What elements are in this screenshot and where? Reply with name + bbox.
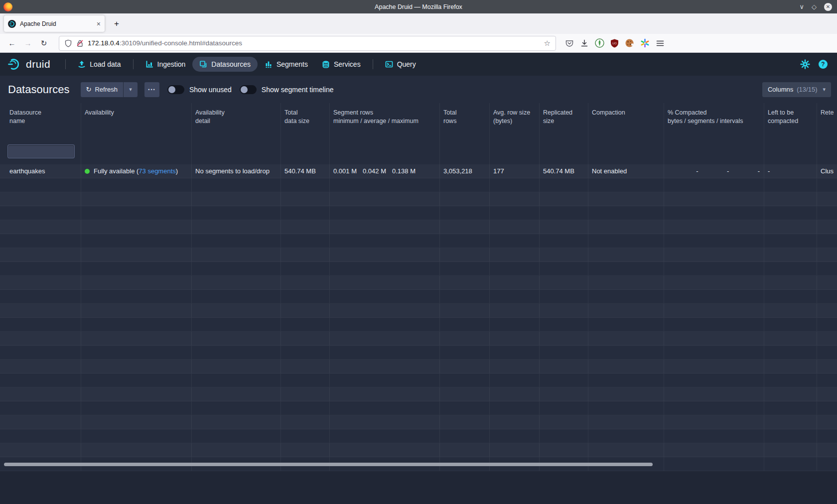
empty-cell: [490, 276, 540, 289]
column-header[interactable]: % Compactedbytes / segments / intervals: [664, 103, 764, 131]
empty-cell: [664, 248, 764, 261]
empty-cell: [664, 360, 764, 373]
empty-cell: [588, 443, 664, 457]
column-header[interactable]: Left to becompacted: [764, 103, 817, 131]
column-header[interactable]: Availability: [81, 103, 192, 131]
column-header[interactable]: Datasourcename: [0, 103, 81, 131]
empty-cell: [817, 178, 837, 192]
empty-cell: [817, 346, 837, 359]
column-header[interactable]: Avg. row size(bytes): [490, 103, 540, 131]
help-icon[interactable]: ?: [818, 59, 828, 69]
show-unused-toggle[interactable]: [167, 85, 184, 94]
empty-cell: [817, 262, 837, 275]
empty-cell: [588, 374, 664, 387]
empty-cell: [664, 304, 764, 317]
nav-item-load-data[interactable]: Load data: [71, 57, 128, 72]
empty-cell: [0, 262, 81, 275]
columns-button[interactable]: Columns(13/15)▾: [762, 82, 831, 97]
empty-cell: [817, 192, 837, 206]
insecure-lock-icon[interactable]: [76, 39, 84, 47]
empty-cell: [817, 374, 837, 387]
cell: No segments to load/drop: [192, 164, 281, 178]
view-header: Datasources ↻Refresh ▾ ••• Show unused S…: [0, 76, 837, 103]
cookie-icon[interactable]: [625, 38, 634, 48]
empty-cell: [440, 276, 490, 289]
empty-cell: [588, 276, 664, 289]
settings-gear-icon[interactable]: [800, 59, 810, 69]
nav-item-ingestion[interactable]: Ingestion: [139, 57, 193, 72]
empty-cell: [490, 206, 540, 220]
table-row: [0, 276, 837, 290]
segments-link[interactable]: 73 segments: [139, 167, 175, 175]
tab-close-icon[interactable]: ×: [97, 20, 101, 28]
column-header[interactable]: Totaldata size: [281, 103, 330, 131]
column-header[interactable]: Rete: [817, 103, 837, 131]
nav-item-datasources[interactable]: Datasources: [192, 57, 258, 72]
empty-cell: [764, 443, 817, 457]
horizontal-scrollbar-thumb[interactable]: [4, 463, 653, 466]
empty-cell: [440, 262, 490, 275]
table-row: [0, 206, 837, 220]
ublock-icon[interactable]: UO: [610, 39, 619, 48]
window-close-button[interactable]: ✕: [824, 3, 832, 11]
druid-logo[interactable]: druid: [7, 57, 50, 72]
nav-item-query[interactable]: Query: [378, 57, 423, 72]
empty-cell: [81, 192, 192, 206]
pocket-icon[interactable]: [565, 39, 574, 48]
empty-cell: [192, 443, 281, 457]
empty-cell: [440, 360, 490, 373]
empty-cell: [281, 360, 330, 373]
empty-cell: [81, 387, 192, 401]
show-segment-timeline-toggle[interactable]: [240, 85, 257, 94]
extension-icon[interactable]: [595, 38, 604, 48]
empty-cell: [81, 346, 192, 359]
empty-cell: [764, 457, 817, 471]
bookmark-star-icon[interactable]: ☆: [544, 39, 551, 48]
table-row: [0, 304, 837, 318]
refresh-icon: ↻: [86, 86, 92, 93]
menu-icon[interactable]: [656, 39, 665, 48]
empty-cell: [440, 192, 490, 206]
tracking-shield-icon[interactable]: [64, 39, 72, 47]
window-minimize-button[interactable]: ∨: [799, 3, 804, 10]
empty-cell: [440, 248, 490, 261]
tab-title: Apache Druid: [20, 20, 93, 27]
empty-cell: [664, 346, 764, 359]
column-header[interactable]: Compaction: [588, 103, 664, 131]
column-header[interactable]: Segment rowsminimum / average / maximum: [330, 103, 440, 131]
empty-cell: [281, 248, 330, 261]
empty-cell: [764, 304, 817, 317]
column-header[interactable]: Availabilitydetail: [192, 103, 281, 131]
empty-cell: [764, 290, 817, 303]
forward-button[interactable]: →: [21, 36, 35, 50]
column-header[interactable]: Totalrows: [440, 103, 490, 131]
nav-item-segments[interactable]: Segments: [258, 57, 315, 72]
empty-cell: [0, 206, 81, 220]
more-actions-button[interactable]: •••: [144, 82, 159, 97]
empty-cell: [664, 415, 764, 429]
nav-item-services[interactable]: Services: [315, 57, 368, 72]
empty-cell: [540, 429, 588, 443]
refresh-button[interactable]: ↻Refresh: [81, 82, 123, 97]
empty-cell: [490, 304, 540, 317]
druid-logo-icon: [7, 57, 22, 72]
empty-cell: [81, 178, 192, 192]
empty-cell: [281, 276, 330, 289]
empty-cell: [490, 220, 540, 234]
window-maximize-button[interactable]: ◇: [812, 3, 817, 10]
refresh-interval-dropdown-button[interactable]: ▾: [124, 82, 138, 97]
empty-cell: [0, 346, 81, 359]
download-icon[interactable]: [580, 39, 589, 48]
empty-cell: [817, 276, 837, 289]
reload-button[interactable]: ↻: [37, 36, 51, 50]
table-row: [0, 290, 837, 304]
empty-cell: [0, 276, 81, 289]
new-tab-button[interactable]: +: [110, 17, 124, 31]
url-bar[interactable]: 172.18.0.4:30109/unified-console.html#da…: [59, 36, 556, 51]
back-button[interactable]: ←: [5, 36, 19, 50]
browser-tab-apache-druid[interactable]: Apache Druid ×: [4, 15, 105, 32]
datasource-name-filter-input[interactable]: [7, 144, 75, 158]
empty-cell: [0, 234, 81, 248]
column-header[interactable]: Replicatedsize: [540, 103, 588, 131]
multi-account-icon[interactable]: [640, 38, 650, 48]
